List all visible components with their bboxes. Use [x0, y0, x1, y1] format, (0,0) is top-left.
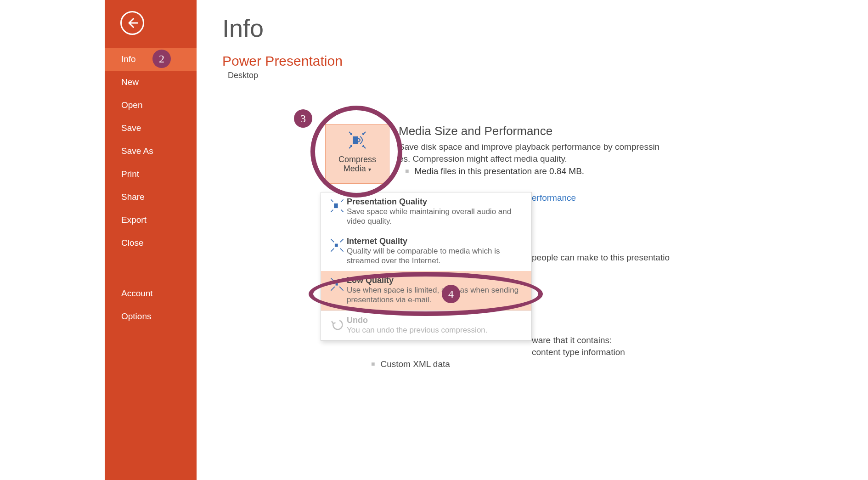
sidebar-item-account[interactable]: Account — [105, 282, 197, 305]
sidebar-item-info[interactable]: Info — [105, 48, 197, 71]
dropdown-item-title: Presentation Quality — [347, 197, 525, 207]
file-name: Power Presentation — [222, 53, 781, 69]
page-title: Info — [222, 14, 781, 42]
media-size-section: Media Size and Performance Save disk spa… — [399, 124, 743, 176]
dropdown-item-desc: Use when space is limited, such as when … — [347, 285, 525, 305]
info-panel: Info Power Presentation Desktop Compress… — [197, 0, 781, 480]
sidebar-item-export[interactable]: Export — [105, 209, 197, 232]
annotation-badge-4: 4 — [442, 285, 460, 303]
svg-rect-2 — [335, 243, 338, 247]
compress-media-button[interactable]: Compress Media ▾ — [325, 124, 389, 184]
arrow-left-icon — [126, 17, 139, 29]
presentation-quality-icon — [329, 198, 345, 214]
link-fragment-performance[interactable]: erformance — [532, 193, 576, 203]
sidebar-item-share[interactable]: Share — [105, 186, 197, 209]
dropdown-item-title: Low Quality — [347, 276, 525, 285]
annotation-badge-2: 2 — [152, 50, 171, 68]
sidebar-item-options[interactable]: Options — [105, 305, 197, 328]
sidebar-item-save[interactable]: Save — [105, 117, 197, 140]
sidebar-item-new[interactable]: New — [105, 71, 197, 94]
internet-quality-icon — [329, 237, 345, 253]
compress-media-icon — [348, 131, 366, 149]
media-size-desc: Save disk space and improve playback per… — [399, 141, 743, 164]
sidebar-item-open[interactable]: Open — [105, 94, 197, 117]
dropdown-item-presentation-quality[interactable]: Presentation Quality Save space while ma… — [321, 192, 531, 232]
text-fragment: people can make to this presentatio — [532, 253, 670, 263]
dropdown-item-title: Internet Quality — [347, 237, 525, 246]
svg-rect-0 — [353, 136, 358, 144]
svg-rect-3 — [336, 283, 338, 285]
sidebar-item-close[interactable]: Close — [105, 232, 197, 254]
sidebar-item-print[interactable]: Print — [105, 163, 197, 186]
svg-rect-1 — [334, 203, 338, 208]
low-quality-icon — [329, 277, 345, 292]
compress-media-label: Compress Media ▾ — [326, 155, 389, 174]
dropdown-item-desc: You can undo the previous compression. — [347, 325, 525, 335]
dropdown-item-low-quality[interactable]: Low Quality Use when space is limited, s… — [321, 271, 531, 311]
dropdown-item-desc: Quality will be comparable to media whic… — [347, 246, 525, 266]
undo-icon — [329, 316, 345, 332]
sidebar-item-save-as[interactable]: Save As — [105, 140, 197, 163]
dropdown-item-internet-quality[interactable]: Internet Quality Quality will be compara… — [321, 232, 531, 271]
text-fragment: content type information — [532, 347, 625, 357]
text-fragment: ware that it contains: — [532, 335, 612, 345]
dropdown-caret-icon: ▾ — [367, 166, 371, 173]
dropdown-item-undo: Undo You can undo the previous compressi… — [321, 311, 531, 340]
file-path: Desktop — [228, 71, 781, 80]
bullet-custom-xml: Custom XML data — [371, 359, 450, 369]
media-size-heading: Media Size and Performance — [399, 124, 743, 138]
dropdown-item-desc: Save space while maintaining overall aud… — [347, 207, 525, 226]
backstage-sidebar: Info New Open Save Save As Print Share E… — [105, 0, 197, 480]
compress-media-dropdown: Presentation Quality Save space while ma… — [321, 192, 532, 341]
annotation-badge-3: 3 — [294, 109, 312, 128]
media-size-bullet: Media files in this presentation are 0.8… — [405, 166, 743, 176]
back-button[interactable] — [120, 11, 144, 35]
dropdown-item-title: Undo — [347, 316, 525, 325]
